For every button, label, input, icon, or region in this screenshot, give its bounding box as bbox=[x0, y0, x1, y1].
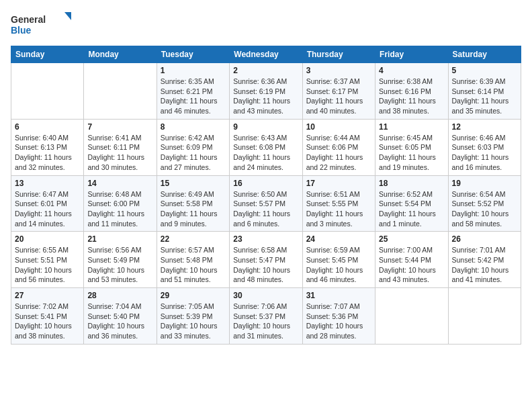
day-info: Sunrise: 6:39 AMSunset: 6:14 PMDaylight:… bbox=[452, 77, 517, 116]
day-number: 9 bbox=[233, 122, 298, 132]
day-info: Sunrise: 6:35 AMSunset: 6:21 PMDaylight:… bbox=[161, 77, 226, 116]
day-number: 27 bbox=[15, 291, 80, 300]
day-number: 11 bbox=[379, 122, 444, 132]
calendar-cell: 27Sunrise: 7:02 AMSunset: 5:41 PMDayligh… bbox=[11, 288, 84, 345]
calendar-cell: 19Sunrise: 6:54 AMSunset: 5:52 PMDayligh… bbox=[448, 175, 521, 232]
day-number: 22 bbox=[161, 234, 226, 244]
calendar-cell: 10Sunrise: 6:44 AMSunset: 6:06 PMDayligh… bbox=[302, 119, 375, 175]
calendar-cell bbox=[375, 288, 448, 345]
calendar-cell: 17Sunrise: 6:51 AMSunset: 5:55 PMDayligh… bbox=[302, 175, 375, 232]
day-info: Sunrise: 7:04 AMSunset: 5:40 PMDaylight:… bbox=[87, 302, 152, 341]
calendar-cell: 23Sunrise: 6:58 AMSunset: 5:47 PMDayligh… bbox=[230, 232, 302, 288]
calendar-cell: 20Sunrise: 6:55 AMSunset: 5:51 PMDayligh… bbox=[11, 232, 84, 288]
calendar-cell bbox=[84, 63, 157, 120]
day-number: 2 bbox=[233, 66, 298, 75]
calendar-cell: 15Sunrise: 6:49 AMSunset: 5:58 PMDayligh… bbox=[157, 175, 229, 232]
calendar-cell bbox=[11, 63, 84, 120]
day-number: 4 bbox=[379, 66, 444, 75]
calendar-cell: 14Sunrise: 6:48 AMSunset: 6:00 PMDayligh… bbox=[84, 175, 157, 232]
day-of-week-header: Tuesday bbox=[157, 46, 229, 63]
day-info: Sunrise: 6:41 AMSunset: 6:11 PMDaylight:… bbox=[87, 133, 152, 173]
day-number: 1 bbox=[161, 66, 226, 75]
calendar-cell: 4Sunrise: 6:38 AMSunset: 6:16 PMDaylight… bbox=[375, 63, 448, 120]
day-info: Sunrise: 7:06 AMSunset: 5:37 PMDaylight:… bbox=[233, 302, 298, 341]
day-of-week-header: Friday bbox=[375, 46, 448, 63]
calendar-cell: 25Sunrise: 7:00 AMSunset: 5:44 PMDayligh… bbox=[375, 232, 448, 288]
day-info: Sunrise: 6:38 AMSunset: 6:16 PMDaylight:… bbox=[379, 77, 444, 116]
day-info: Sunrise: 7:00 AMSunset: 5:44 PMDaylight:… bbox=[379, 245, 444, 285]
calendar-cell: 5Sunrise: 6:39 AMSunset: 6:14 PMDaylight… bbox=[448, 63, 521, 120]
calendar-cell: 7Sunrise: 6:41 AMSunset: 6:11 PMDaylight… bbox=[84, 119, 157, 175]
calendar-cell: 6Sunrise: 6:40 AMSunset: 6:13 PMDaylight… bbox=[11, 119, 84, 175]
day-info: Sunrise: 6:50 AMSunset: 5:57 PMDaylight:… bbox=[233, 189, 298, 229]
day-info: Sunrise: 6:54 AMSunset: 5:52 PMDaylight:… bbox=[452, 189, 517, 229]
day-number: 30 bbox=[233, 291, 298, 300]
day-info: Sunrise: 6:40 AMSunset: 6:13 PMDaylight:… bbox=[15, 133, 80, 173]
day-of-week-header: Thursday bbox=[302, 46, 375, 63]
calendar-week-row: 13Sunrise: 6:47 AMSunset: 6:01 PMDayligh… bbox=[11, 175, 521, 232]
calendar-cell: 8Sunrise: 6:42 AMSunset: 6:09 PMDaylight… bbox=[157, 119, 229, 175]
day-number: 26 bbox=[452, 234, 517, 244]
calendar-cell: 11Sunrise: 6:45 AMSunset: 6:05 PMDayligh… bbox=[375, 119, 448, 175]
calendar-cell: 13Sunrise: 6:47 AMSunset: 6:01 PMDayligh… bbox=[11, 175, 84, 232]
calendar-table: SundayMondayTuesdayWednesdayThursdayFrid… bbox=[11, 46, 521, 345]
day-info: Sunrise: 6:47 AMSunset: 6:01 PMDaylight:… bbox=[15, 189, 80, 229]
day-of-week-header: Wednesday bbox=[230, 46, 302, 63]
day-number: 16 bbox=[233, 179, 298, 188]
calendar-cell: 21Sunrise: 6:56 AMSunset: 5:49 PMDayligh… bbox=[84, 232, 157, 288]
day-info: Sunrise: 6:45 AMSunset: 6:05 PMDaylight:… bbox=[379, 133, 444, 173]
day-number: 8 bbox=[161, 122, 226, 132]
day-number: 3 bbox=[306, 66, 371, 75]
day-info: Sunrise: 6:55 AMSunset: 5:51 PMDaylight:… bbox=[15, 245, 80, 285]
day-number: 29 bbox=[161, 291, 226, 300]
calendar-week-row: 6Sunrise: 6:40 AMSunset: 6:13 PMDaylight… bbox=[11, 119, 521, 175]
calendar-cell: 9Sunrise: 6:43 AMSunset: 6:08 PMDaylight… bbox=[230, 119, 302, 175]
calendar-cell bbox=[448, 288, 521, 345]
day-info: Sunrise: 7:02 AMSunset: 5:41 PMDaylight:… bbox=[15, 302, 80, 341]
day-info: Sunrise: 6:42 AMSunset: 6:09 PMDaylight:… bbox=[161, 133, 226, 173]
day-info: Sunrise: 6:44 AMSunset: 6:06 PMDaylight:… bbox=[306, 133, 371, 173]
day-info: Sunrise: 6:52 AMSunset: 5:54 PMDaylight:… bbox=[379, 189, 444, 229]
day-number: 6 bbox=[15, 122, 80, 132]
day-info: Sunrise: 6:58 AMSunset: 5:47 PMDaylight:… bbox=[233, 245, 298, 285]
day-of-week-header: Sunday bbox=[11, 46, 84, 63]
day-info: Sunrise: 6:51 AMSunset: 5:55 PMDaylight:… bbox=[306, 189, 371, 229]
day-number: 5 bbox=[452, 66, 517, 75]
day-of-week-header: Monday bbox=[84, 46, 157, 63]
day-number: 31 bbox=[306, 291, 371, 300]
calendar-cell: 12Sunrise: 6:46 AMSunset: 6:03 PMDayligh… bbox=[448, 119, 521, 175]
day-number: 25 bbox=[379, 234, 444, 244]
calendar-week-row: 20Sunrise: 6:55 AMSunset: 5:51 PMDayligh… bbox=[11, 232, 521, 288]
day-info: Sunrise: 6:59 AMSunset: 5:45 PMDaylight:… bbox=[306, 245, 371, 285]
calendar-cell: 3Sunrise: 6:37 AMSunset: 6:17 PMDaylight… bbox=[302, 63, 375, 120]
day-number: 28 bbox=[87, 291, 152, 300]
calendar-cell: 31Sunrise: 7:07 AMSunset: 5:36 PMDayligh… bbox=[302, 288, 375, 345]
day-info: Sunrise: 6:49 AMSunset: 5:58 PMDaylight:… bbox=[161, 189, 226, 229]
svg-text:Blue: Blue bbox=[11, 25, 32, 36]
day-info: Sunrise: 6:57 AMSunset: 5:48 PMDaylight:… bbox=[161, 245, 226, 285]
calendar-cell: 30Sunrise: 7:06 AMSunset: 5:37 PMDayligh… bbox=[230, 288, 302, 345]
calendar-cell: 24Sunrise: 6:59 AMSunset: 5:45 PMDayligh… bbox=[302, 232, 375, 288]
day-info: Sunrise: 7:05 AMSunset: 5:39 PMDaylight:… bbox=[161, 302, 226, 341]
day-info: Sunrise: 6:43 AMSunset: 6:08 PMDaylight:… bbox=[233, 133, 298, 173]
day-number: 21 bbox=[87, 234, 152, 244]
svg-marker-2 bbox=[64, 12, 71, 20]
logo: General Blue bbox=[11, 11, 71, 38]
day-info: Sunrise: 7:07 AMSunset: 5:36 PMDaylight:… bbox=[306, 302, 371, 341]
calendar-header-row: SundayMondayTuesdayWednesdayThursdayFrid… bbox=[11, 46, 521, 63]
day-info: Sunrise: 7:01 AMSunset: 5:42 PMDaylight:… bbox=[452, 245, 517, 285]
day-number: 17 bbox=[306, 179, 371, 188]
calendar-cell: 28Sunrise: 7:04 AMSunset: 5:40 PMDayligh… bbox=[84, 288, 157, 345]
calendar-cell: 16Sunrise: 6:50 AMSunset: 5:57 PMDayligh… bbox=[230, 175, 302, 232]
day-number: 15 bbox=[161, 179, 226, 188]
calendar-cell: 22Sunrise: 6:57 AMSunset: 5:48 PMDayligh… bbox=[157, 232, 229, 288]
day-info: Sunrise: 6:48 AMSunset: 6:00 PMDaylight:… bbox=[87, 189, 152, 229]
day-info: Sunrise: 6:36 AMSunset: 6:19 PMDaylight:… bbox=[233, 77, 298, 116]
day-of-week-header: Saturday bbox=[448, 46, 521, 63]
day-number: 13 bbox=[15, 179, 80, 188]
day-info: Sunrise: 6:46 AMSunset: 6:03 PMDaylight:… bbox=[452, 133, 517, 173]
day-number: 24 bbox=[306, 234, 371, 244]
calendar-cell: 26Sunrise: 7:01 AMSunset: 5:42 PMDayligh… bbox=[448, 232, 521, 288]
day-number: 19 bbox=[452, 179, 517, 188]
calendar-cell: 2Sunrise: 6:36 AMSunset: 6:19 PMDaylight… bbox=[230, 63, 302, 120]
